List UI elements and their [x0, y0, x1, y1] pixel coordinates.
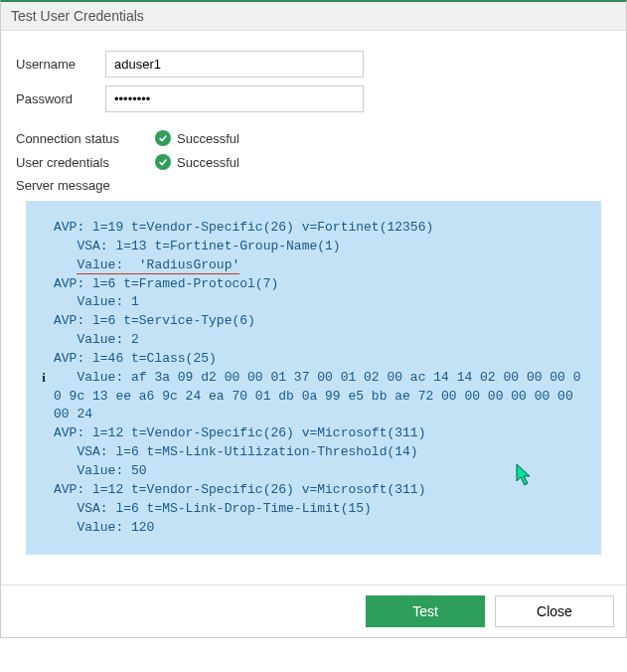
check-icon — [155, 154, 171, 170]
username-input[interactable] — [105, 51, 364, 78]
server-message-box: i AVP: l=19 t=Vendor-Specific(26) v=Fort… — [26, 201, 601, 555]
info-column: i — [34, 219, 54, 537]
highlighted-value: Value: 'RadiusGroup' — [77, 257, 239, 274]
password-label: Password — [16, 91, 105, 106]
credentials-status-row: User credentials Successful — [16, 154, 611, 170]
username-label: Username — [16, 57, 105, 72]
username-row: Username — [16, 51, 611, 78]
password-row: Password — [16, 85, 611, 112]
dialog-footer: Test Close — [1, 585, 626, 637]
server-message-row: Server message — [16, 178, 611, 193]
connection-status-value: Successful — [177, 131, 239, 146]
server-message-label: Server message — [16, 178, 155, 193]
dialog-title: Test User Credentials — [1, 2, 626, 31]
credentials-status-label: User credentials — [16, 155, 155, 170]
server-message-text: AVP: l=19 t=Vendor-Specific(26) v=Fortin… — [54, 219, 587, 537]
dialog-content: Username Password Connection status Succ… — [1, 31, 626, 585]
test-credentials-dialog: Test User Credentials Username Password … — [0, 0, 627, 638]
password-input[interactable] — [105, 85, 364, 112]
status-block: Connection status Successful User creden… — [16, 130, 611, 193]
connection-status-label: Connection status — [16, 131, 155, 146]
test-button[interactable]: Test — [366, 595, 485, 627]
connection-status-row: Connection status Successful — [16, 130, 611, 146]
credentials-status-value: Successful — [177, 155, 239, 170]
check-icon — [155, 130, 171, 146]
info-icon: i — [42, 370, 46, 386]
close-button[interactable]: Close — [495, 595, 614, 627]
